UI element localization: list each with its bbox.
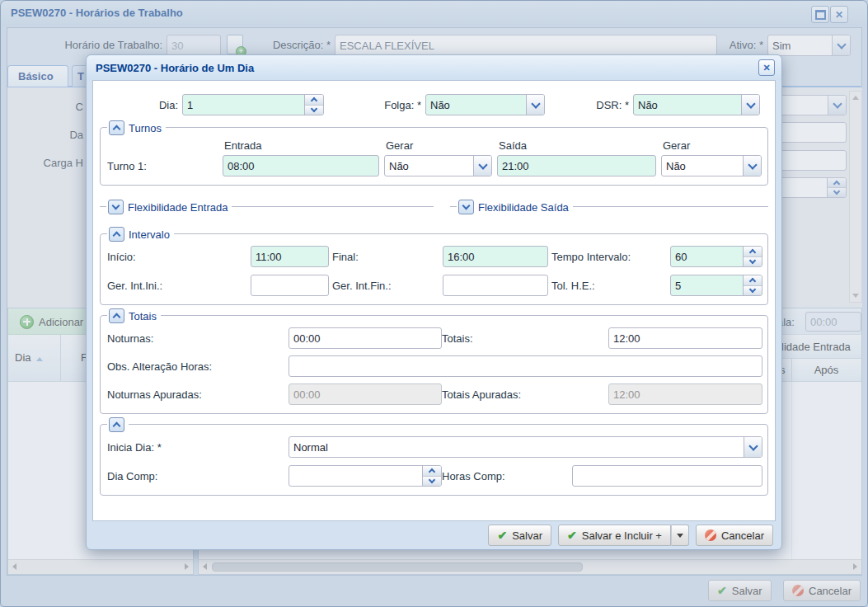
turno1-gerar-saida-combo[interactable] <box>661 155 762 176</box>
expand-icon[interactable] <box>108 200 124 214</box>
save-and-add-button[interactable]: ✔ Salvar e Incluir + <box>558 525 671 546</box>
turno1-gerar-entrada-input[interactable] <box>385 156 473 176</box>
spin-up-icon[interactable] <box>744 247 762 257</box>
final-input[interactable] <box>443 247 547 266</box>
dsr-input[interactable] <box>634 95 741 115</box>
totais-fieldset: Totais Noturnas: Totais: Obs. Alteração … <box>100 315 768 414</box>
spinner-buttons[interactable] <box>304 95 323 115</box>
dia-comp-spinner-field[interactable] <box>289 465 442 487</box>
ger-int-ini-label: Ger. Int.Ini.: <box>107 280 247 292</box>
obs-alteracao-field[interactable] <box>289 355 762 377</box>
chevron-glyph <box>113 313 121 322</box>
noturnas-field[interactable] <box>289 327 442 349</box>
spin-up-icon[interactable] <box>423 466 441 477</box>
inicia-dia-fieldset: Inicia Dia: * Dia Comp: Horas Comp: <box>100 424 768 496</box>
folga-input[interactable] <box>426 95 526 115</box>
spinner-buttons[interactable] <box>743 247 762 266</box>
tempo-intervalo-input[interactable] <box>671 247 743 266</box>
totais-legend: Totais <box>107 308 161 323</box>
main-window: PSEW0270 - Horários de Trabalho ✕ Horári… <box>0 0 868 607</box>
save-and-add-menu-arrow[interactable] <box>671 525 689 546</box>
chevron-glyph <box>749 286 756 293</box>
dialog-cancel-button[interactable]: Cancelar <box>696 525 773 546</box>
chevron-glyph <box>429 468 435 475</box>
dia-spinner-field[interactable] <box>182 94 324 115</box>
chevron-down-icon[interactable] <box>741 95 759 115</box>
turno1-entrada-input[interactable] <box>223 156 378 176</box>
ger-int-ini-field[interactable] <box>251 275 329 296</box>
chevron-down-icon[interactable] <box>743 156 761 176</box>
tol-he-spinner-field[interactable] <box>670 275 762 296</box>
spin-down-icon[interactable] <box>744 286 762 296</box>
spin-down-icon[interactable] <box>744 257 762 267</box>
chevron-glyph <box>749 249 756 256</box>
spin-up-icon[interactable] <box>305 95 323 106</box>
spin-down-icon[interactable] <box>423 477 441 487</box>
spin-up-icon[interactable] <box>744 275 762 286</box>
folga-combo[interactable] <box>425 94 545 115</box>
spinner-buttons[interactable] <box>422 466 441 486</box>
inicia-dia-legend <box>107 417 129 432</box>
dialog-close-button[interactable]: ✕ <box>758 59 775 76</box>
noturnas-apuradas-label: Noturnas Apuradas: <box>107 388 289 401</box>
horario-um-dia-dialog: PSEW0270 - Horário de Um Dia ✕ Dia: Folg… <box>86 54 782 550</box>
inicio-input[interactable] <box>251 247 328 266</box>
dialog-save-button[interactable]: ✔ Salvar <box>488 525 551 546</box>
totais-field[interactable] <box>608 327 762 349</box>
final-field[interactable] <box>443 246 548 267</box>
collapse-icon[interactable] <box>109 308 124 323</box>
spin-down-icon[interactable] <box>305 106 323 115</box>
saida-column-header: Saída <box>497 139 656 152</box>
totais-input[interactable] <box>609 328 762 348</box>
expand-icon[interactable] <box>458 200 474 214</box>
dsr-combo[interactable] <box>633 94 760 115</box>
turno1-saida-field[interactable] <box>497 155 656 176</box>
folga-label: Folga: * <box>324 99 425 111</box>
inicia-dia-input[interactable] <box>289 437 744 457</box>
spinner-buttons[interactable] <box>743 275 762 295</box>
turno1-entrada-field[interactable] <box>223 155 379 176</box>
totais-label: Totais: <box>442 332 608 345</box>
ger-int-fin-input[interactable] <box>443 275 547 295</box>
save-and-add-label: Salvar e Incluir + <box>582 529 662 542</box>
check-icon: ✔ <box>567 529 577 541</box>
obs-alteracao-input[interactable] <box>289 356 762 376</box>
chevron-down-icon[interactable] <box>744 437 762 457</box>
turno1-label: Turno 1: <box>107 160 218 172</box>
turno1-saida-input[interactable] <box>498 156 655 176</box>
dialog-body: Dia: Folga: * DSR: * <box>92 80 776 521</box>
chevron-glyph <box>113 422 121 431</box>
turno1-gerar-saida-input[interactable] <box>662 156 743 176</box>
inicio-field[interactable] <box>251 246 329 267</box>
totais-apuradas-input <box>609 384 762 404</box>
noturnas-apuradas-input <box>289 384 441 404</box>
tempo-intervalo-label: Tempo Intervalo: <box>551 251 667 263</box>
inicia-dia-combo[interactable] <box>289 436 762 458</box>
collapse-icon[interactable] <box>109 120 124 135</box>
intervalo-legend-label: Intervalo <box>129 228 170 241</box>
dialog-save-label: Salvar <box>512 529 542 542</box>
ger-int-fin-field[interactable] <box>443 275 548 296</box>
turno1-gerar-entrada-combo[interactable] <box>384 155 492 176</box>
flex-saida-label: Flexibilidade Saída <box>478 201 569 214</box>
gerar-entrada-column-header: Gerar <box>384 139 492 152</box>
dia-folga-dsr-row: Dia: Folga: * DSR: * <box>100 94 768 115</box>
chevron-glyph <box>429 477 435 483</box>
horas-comp-input[interactable] <box>573 466 762 486</box>
tempo-intervalo-spinner-field[interactable] <box>670 246 762 267</box>
chevron-down-icon[interactable] <box>526 95 544 115</box>
dia-comp-input[interactable] <box>289 466 422 486</box>
ger-int-ini-input[interactable] <box>251 275 328 295</box>
dia-input[interactable] <box>183 95 304 115</box>
ger-int-fin-label: Ger. Int.Fin.: <box>332 280 439 292</box>
noturnas-input[interactable] <box>289 328 441 348</box>
no-entry-icon <box>705 529 716 541</box>
tol-he-label: Tol. H.E.: <box>551 280 667 292</box>
entrada-column-header: Entrada <box>223 139 379 152</box>
chevron-down-icon[interactable] <box>473 156 491 176</box>
collapse-icon[interactable] <box>109 227 124 242</box>
tol-he-input[interactable] <box>671 275 743 295</box>
collapse-icon[interactable] <box>109 417 124 432</box>
flex-entrada-legend: Flexibilidade Entrada <box>106 200 232 214</box>
horas-comp-field[interactable] <box>572 465 762 487</box>
